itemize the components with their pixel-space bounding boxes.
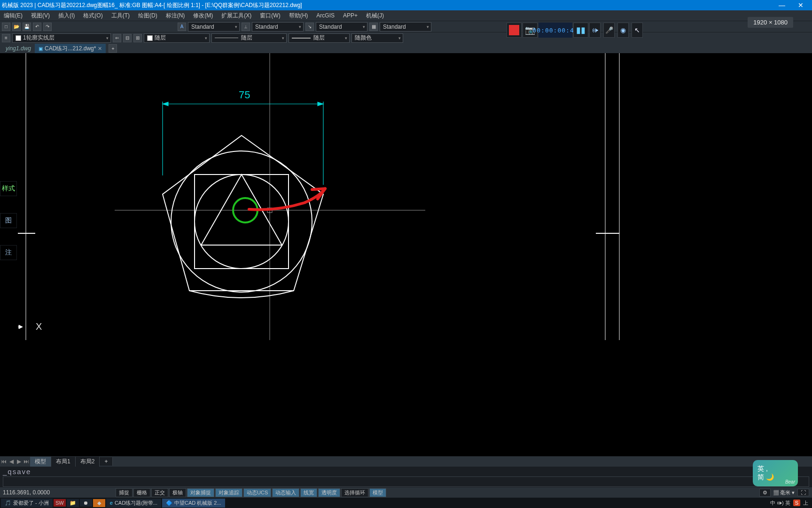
status-trans[interactable]: 透明度 bbox=[318, 488, 340, 497]
layer-icon[interactable]: ≡ bbox=[2, 34, 10, 42]
tray-sogou-icon[interactable]: S bbox=[793, 500, 800, 506]
menu-modify[interactable]: 修改(M) bbox=[190, 11, 216, 21]
speaker-icon[interactable]: 🕪 bbox=[589, 23, 601, 38]
color-combo[interactable]: 随层 bbox=[144, 33, 210, 43]
redo-icon[interactable]: ↷ bbox=[43, 23, 52, 31]
drawing-canvas[interactable]: 75 X bbox=[0, 53, 812, 456]
menu-arcgis[interactable]: ArcGIS bbox=[313, 11, 337, 20]
layout-first-icon[interactable]: ⏮ bbox=[0, 458, 8, 465]
menu-view[interactable]: 视图(V) bbox=[28, 11, 53, 21]
menu-format[interactable]: 格式(O) bbox=[80, 11, 105, 21]
record-stop-button[interactable] bbox=[507, 23, 522, 38]
close-button[interactable]: ✕ bbox=[791, 1, 810, 9]
task-edge[interactable]: e CAD练习题(附带... bbox=[106, 499, 161, 508]
menu-appplus[interactable]: APP+ bbox=[340, 11, 360, 20]
mic-icon[interactable]: 🎤 bbox=[603, 23, 615, 38]
linetype-preview bbox=[215, 38, 238, 38]
layer-combo[interactable]: 1轮廓实线层 bbox=[12, 33, 111, 43]
palette-block[interactable]: 图 bbox=[0, 213, 17, 228]
layeriso-icon[interactable]: ⊟ bbox=[123, 34, 132, 42]
resolution-badge: 1920 × 1080 bbox=[748, 17, 793, 28]
left-toolbar: 样式 图 注 bbox=[0, 53, 18, 456]
statusbar: 1116.3691, 0.0000 捕捉 栅格 正交 极轴 对象捕捉 对象追踪 … bbox=[0, 487, 812, 498]
textstyle-icon[interactable]: A bbox=[178, 23, 186, 31]
status-otrack[interactable]: 对象追踪 bbox=[215, 488, 242, 497]
menu-help[interactable]: 帮助(H) bbox=[286, 11, 311, 21]
status-expand-icon[interactable]: ⛶ bbox=[797, 489, 809, 496]
status-model[interactable]: 模型 bbox=[369, 488, 386, 497]
lineweight-combo[interactable]: 随层 bbox=[289, 33, 350, 43]
textstyle-combo[interactable]: Standard bbox=[188, 22, 240, 32]
menu-tools[interactable]: 工具(T) bbox=[109, 11, 133, 21]
cursor-icon[interactable]: ↖ bbox=[632, 23, 643, 38]
lineweight-preview bbox=[292, 38, 311, 39]
doc-tab-1[interactable]: ying1.dwg bbox=[2, 44, 35, 53]
task-app[interactable]: ◆ bbox=[93, 499, 105, 507]
status-osnap[interactable]: 对象捕捉 bbox=[187, 488, 214, 497]
status-polar[interactable]: 极轴 bbox=[169, 488, 186, 497]
palette-styles[interactable]: 样式 bbox=[0, 181, 17, 196]
tablestyle-icon[interactable]: ▦ bbox=[369, 23, 378, 31]
open-icon[interactable]: 📂 bbox=[12, 23, 21, 31]
task-sw[interactable]: SW bbox=[54, 499, 66, 507]
dimstyle-icon[interactable]: ⟂ bbox=[242, 23, 250, 31]
menu-insert[interactable]: 插入(I) bbox=[55, 11, 78, 21]
pause-button[interactable]: ▮▮ bbox=[573, 23, 588, 38]
status-dyn[interactable]: 动态输入 bbox=[272, 488, 299, 497]
status-ortho[interactable]: 正交 bbox=[151, 488, 168, 497]
palette-annot[interactable]: 注 bbox=[0, 245, 17, 260]
layermatch-icon[interactable]: ⊞ bbox=[133, 34, 142, 42]
layout-last-icon[interactable]: ⏭ bbox=[23, 458, 30, 465]
status-lwt[interactable]: 线宽 bbox=[300, 488, 317, 497]
task-folder[interactable]: 📁 bbox=[67, 499, 79, 507]
status-cycle[interactable]: 选择循环 bbox=[341, 488, 368, 497]
system-tray[interactable]: 中 🕪) 英 S 上 bbox=[770, 500, 811, 507]
command-history: _qsave bbox=[3, 468, 809, 476]
undo-icon[interactable]: ↶ bbox=[33, 23, 41, 31]
app-title: 机械版 2023 | CAD练习题202212.dwg图幅16_ 标准:GB 图… bbox=[2, 1, 302, 9]
layout-tab-add[interactable]: + bbox=[100, 457, 113, 466]
menu-exttools[interactable]: 扩展工具(X) bbox=[219, 11, 254, 21]
layout-tab-model[interactable]: 模型 bbox=[30, 457, 51, 467]
layout-tab-2[interactable]: 布局2 bbox=[76, 457, 100, 467]
new-icon[interactable]: □ bbox=[2, 23, 10, 31]
menu-window[interactable]: 窗口(W) bbox=[257, 11, 283, 21]
menu-edit[interactable]: 编辑(E) bbox=[1, 11, 25, 21]
status-grid[interactable]: 栅格 bbox=[133, 488, 150, 497]
menu-mechanical[interactable]: 机械(J) bbox=[363, 11, 387, 21]
layout-prev-icon[interactable]: ◀ bbox=[8, 458, 15, 465]
status-ducs[interactable]: 动态UCS bbox=[243, 488, 271, 497]
minimize-button[interactable]: — bbox=[773, 1, 791, 9]
command-input[interactable] bbox=[3, 476, 809, 487]
webcam-icon[interactable]: ◉ bbox=[617, 23, 629, 38]
layerprev-icon[interactable]: ⇐ bbox=[113, 34, 121, 42]
new-tab-button[interactable]: + bbox=[109, 44, 117, 53]
menubar: 编辑(E) 视图(V) 插入(I) 格式(O) 工具(T) 绘图(D) 标注(N… bbox=[0, 10, 812, 21]
menu-draw[interactable]: 绘图(D) bbox=[135, 11, 160, 21]
tray-ime[interactable]: 中 🕪) 英 bbox=[770, 500, 790, 507]
close-tab-icon[interactable]: ✕ bbox=[98, 46, 102, 52]
dimension-text: 75 bbox=[239, 89, 250, 101]
tablestyle-combo[interactable]: Standard bbox=[380, 22, 431, 32]
task-rec[interactable]: ⏺ bbox=[80, 499, 92, 507]
menu-dimension[interactable]: 标注(N) bbox=[163, 11, 188, 21]
drawing-svg: 75 X bbox=[0, 53, 812, 340]
ime-line1: 英 , bbox=[757, 465, 798, 473]
mleaderstyle-icon[interactable]: ↘ bbox=[305, 23, 314, 31]
save-icon[interactable]: 💾 bbox=[23, 23, 31, 31]
linetype-combo[interactable]: 随层 bbox=[211, 33, 287, 43]
layout-tab-1[interactable]: 布局1 bbox=[51, 457, 76, 467]
layer-color-swatch bbox=[16, 35, 21, 41]
titlebar: 机械版 2023 | CAD练习题202212.dwg图幅16_ 标准:GB 图… bbox=[0, 0, 812, 10]
ime-float[interactable]: 英 , 简 🌙 Bear bbox=[753, 460, 798, 486]
plotstyle-combo[interactable]: 随颜色 bbox=[351, 33, 403, 43]
task-zwcad[interactable]: 🔷 中望CAD 机械版 2... bbox=[162, 499, 225, 508]
status-snap[interactable]: 捕捉 bbox=[116, 488, 133, 497]
task-music[interactable]: 🎵 爱都爱了 - 小洲 bbox=[1, 499, 53, 508]
layout-next-icon[interactable]: ▶ bbox=[15, 458, 23, 465]
recorder-panel: 📷 00:00:00:47 ▮▮ 🕪 🎤 ◉ ↖ bbox=[507, 21, 643, 40]
mleaderstyle-combo[interactable]: Standard bbox=[316, 22, 367, 32]
status-gear-icon[interactable]: ⚙ bbox=[759, 489, 771, 497]
dimstyle-combo[interactable]: Standard bbox=[252, 22, 304, 32]
doc-tab-2-active[interactable]: ▣ CAD练习...212.dwg* ✕ bbox=[35, 44, 106, 54]
